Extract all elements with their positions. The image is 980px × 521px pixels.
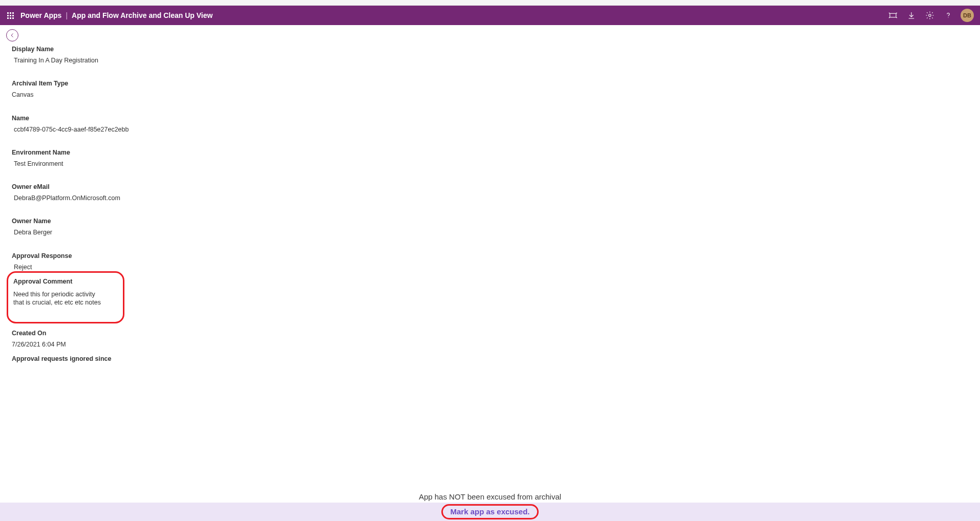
svg-point-1 <box>929 14 931 17</box>
svg-rect-0 <box>890 13 896 17</box>
field-value: ccbf4789-075c-4cc9-aaef-f85e27ec2ebb <box>12 124 179 135</box>
field-value: 7/26/2021 6:04 PM <box>12 339 179 350</box>
field-approval-response: Approval Response Reject <box>12 252 179 272</box>
download-icon[interactable] <box>902 6 921 25</box>
field-label: Owner eMail <box>12 183 179 190</box>
field-value: Canvas <box>12 90 179 100</box>
waffle-icon[interactable] <box>0 6 20 25</box>
avatar[interactable]: DB <box>961 9 974 22</box>
field-owner-name: Owner Name Debra Berger <box>12 218 179 237</box>
field-owner-email: Owner eMail DebraB@PPlatform.OnMicrosoft… <box>12 183 179 203</box>
field-value: Reject <box>12 262 179 272</box>
field-created-on: Created On 7/26/2021 6:04 PM <box>12 330 179 350</box>
app-header: Power Apps | App and Flow Archive and Cl… <box>0 6 980 25</box>
field-label: Approval Response <box>12 252 179 259</box>
highlight-approval-comment: Approval Comment Need this for periodic … <box>7 271 124 324</box>
action-bar: Mark app as excused. <box>0 503 980 521</box>
mark-excused-button[interactable]: Mark app as excused. <box>450 507 529 516</box>
field-name: Name ccbf4789-075c-4cc9-aaef-f85e27ec2eb… <box>12 115 179 135</box>
field-display-name: Display Name Training In A Day Registrat… <box>12 46 179 66</box>
field-archival-item-type: Archival Item Type Canvas <box>12 80 179 100</box>
app-title[interactable]: Power Apps <box>20 11 61 19</box>
field-value: DebraB@PPlatform.OnMicrosoft.com <box>12 193 179 203</box>
page-title: App and Flow Archive and Clean Up View <box>72 11 212 19</box>
detail-form: Display Name Training In A Day Registrat… <box>0 25 179 362</box>
field-value: Training In A Day Registration <box>12 55 179 66</box>
main-area: Display Name Training In A Day Registrat… <box>0 25 980 521</box>
back-button[interactable] <box>6 29 18 41</box>
form-scroll-area[interactable]: Display Name Training In A Day Registrat… <box>0 25 980 489</box>
field-label: Environment Name <box>12 149 179 156</box>
browser-chrome-strip <box>0 0 980 6</box>
field-label: Approval requests ignored since <box>12 355 179 362</box>
field-label: Display Name <box>12 46 179 53</box>
excuse-status-message: App has NOT been excused from archival <box>0 489 980 503</box>
field-label: Name <box>12 115 179 122</box>
help-icon[interactable] <box>939 6 957 25</box>
field-label: Approval Comment <box>13 278 117 285</box>
field-approval-ignored: Approval requests ignored since <box>12 355 179 362</box>
highlight-action-button: Mark app as excused. <box>441 504 538 519</box>
field-value: Need this for periodic activity that is … <box>13 289 105 308</box>
field-value: Debra Berger <box>12 227 179 237</box>
field-label: Created On <box>12 330 179 337</box>
field-label: Owner Name <box>12 218 179 225</box>
title-separator: | <box>66 11 68 19</box>
fit-to-screen-icon[interactable] <box>884 6 902 25</box>
field-label: Archival Item Type <box>12 80 179 87</box>
field-value: Test Environment <box>12 159 179 169</box>
field-environment-name: Environment Name Test Environment <box>12 149 179 169</box>
settings-icon[interactable] <box>921 6 939 25</box>
